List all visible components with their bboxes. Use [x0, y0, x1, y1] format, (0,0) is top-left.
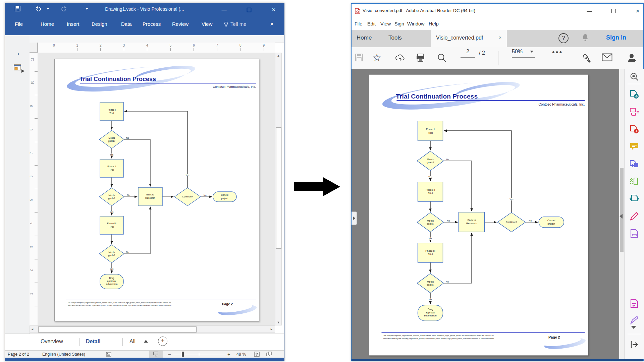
email-icon[interactable] — [602, 53, 612, 62]
node-phase1-trial[interactable] — [418, 121, 443, 141]
left-panel-expand-handle[interactable] — [352, 212, 357, 225]
zoom-slider-track[interactable] — [173, 354, 228, 354]
visio-menu-process[interactable]: Process — [143, 21, 161, 27]
node-phase1-trial[interactable] — [100, 102, 123, 121]
combine-files-icon[interactable] — [630, 159, 639, 169]
visio-vertical-scrollbar[interactable]: ▲ ▼ — [275, 53, 282, 325]
acrobat-menu-help[interactable]: Help — [429, 21, 439, 26]
create-pdf-icon[interactable] — [630, 107, 639, 116]
tab-document-active[interactable]: Visio_converted.pdf × — [431, 30, 507, 47]
visio-minimize-button[interactable]: — — [219, 6, 229, 13]
presentation-mode-box[interactable] — [149, 351, 163, 358]
visio-vscroll-thumb[interactable] — [276, 127, 281, 249]
visio-menu-file[interactable]: File — [15, 21, 23, 27]
fill-sign-icon[interactable] — [630, 212, 639, 221]
print-icon[interactable] — [416, 53, 425, 62]
status-page-indicator[interactable]: Page 2 of 2 — [8, 352, 29, 357]
visio-menu-data[interactable]: Data — [121, 21, 132, 27]
zoom-in-button[interactable]: + — [227, 351, 230, 357]
acrobat-maximize-button[interactable] — [609, 7, 618, 15]
visio-menu-insert[interactable]: Insert — [67, 21, 79, 27]
shapes-window-icon[interactable] — [13, 63, 25, 74]
more-panel-tools-chevron-icon[interactable] — [631, 326, 636, 329]
expand-shapes-chevron-icon[interactable]: › — [17, 51, 19, 56]
node-decision2[interactable] — [99, 188, 124, 206]
acrobat-close-button[interactable]: × — [633, 7, 642, 15]
visio-hscroll-thumb[interactable] — [38, 326, 197, 333]
switch-windows-icon[interactable] — [266, 352, 273, 357]
search-tools-icon[interactable] — [630, 72, 639, 81]
svg-text:Back to: Back to — [468, 219, 476, 222]
visio-menu-view[interactable]: View — [202, 21, 212, 27]
comment-icon[interactable] — [630, 142, 639, 151]
page-tab-all[interactable]: All — [129, 339, 136, 345]
acrobat-minimize-button[interactable]: — — [585, 7, 594, 15]
acrobat-menu-file[interactable]: File — [355, 21, 362, 26]
node-phase2-trial[interactable] — [100, 159, 123, 177]
drawing-canvas[interactable]: Trial Continuation Process Contoso Pharm… — [38, 53, 275, 325]
sign-in-button[interactable]: Sign In — [606, 34, 626, 41]
visio-maximize-button[interactable] — [244, 6, 254, 13]
panel-collapse-left-icon[interactable] — [620, 214, 623, 219]
pdf-viewer-area[interactable]: Trial Continuation Process Contoso Pharm… — [352, 69, 643, 359]
zoom-level-dropdown[interactable]: 50% — [512, 49, 535, 58]
star-favorite-icon[interactable]: ☆ — [372, 52, 381, 63]
node-decision3[interactable] — [99, 245, 124, 263]
share-link-icon[interactable] — [581, 53, 591, 63]
tab-home[interactable]: Home — [357, 35, 372, 41]
request-signatures-icon[interactable] — [630, 299, 639, 308]
help-question-icon[interactable]: ? — [558, 33, 569, 43]
visio-horizontal-scrollbar[interactable]: ◄ ► — [30, 325, 275, 333]
page-number-input[interactable]: 2 — [461, 49, 475, 58]
add-pdf-icon[interactable] — [630, 124, 639, 134]
all-pages-caret-icon[interactable] — [144, 340, 148, 343]
compress-pdf-icon[interactable] — [630, 194, 639, 203]
save-icon[interactable] — [355, 53, 364, 62]
svg-text:Phase I: Phase I — [426, 128, 434, 131]
status-language[interactable]: English (United States) — [42, 352, 85, 357]
prepare-form-icon[interactable] — [630, 229, 639, 238]
acrobat-menu-window[interactable]: Window — [407, 21, 425, 26]
signature-pen-icon[interactable] — [630, 315, 639, 325]
organize-pages-icon[interactable] — [630, 177, 639, 186]
visio-drawing-page[interactable]: Trial Continuation Process Contoso Pharm… — [54, 59, 259, 321]
user-account-icon[interactable] — [627, 53, 637, 63]
macro-record-icon[interactable] — [106, 352, 112, 357]
pdf-vertical-scrollbar[interactable] — [619, 69, 624, 359]
ribbon-close-icon[interactable]: × — [270, 20, 274, 28]
pdf-vscroll-thumb[interactable] — [620, 168, 624, 252]
node-cancel-project[interactable] — [213, 192, 236, 202]
page-tab-overview[interactable]: Overview — [41, 339, 63, 345]
new-page-button[interactable]: + — [158, 337, 167, 346]
scroll-left-icon[interactable]: ◄ — [31, 327, 34, 331]
scroll-right-icon[interactable]: ► — [270, 327, 273, 331]
tell-me-search[interactable]: Tell me — [230, 21, 247, 27]
notification-bell-icon[interactable] — [582, 33, 589, 42]
visio-menu-design[interactable]: Design — [92, 21, 107, 27]
more-tools-ellipsis-icon[interactable]: ••• — [552, 48, 563, 57]
acrobat-menu-view[interactable]: View — [380, 21, 391, 26]
zoom-percentage[interactable]: 48 % — [236, 352, 246, 357]
svg-text:Drug: Drug — [428, 308, 433, 311]
acrobat-menu-edit[interactable]: Edit — [367, 21, 376, 26]
visio-menu-home[interactable]: Home — [41, 21, 54, 27]
zoom-slider-midtick — [199, 353, 199, 356]
doc-tab-close-icon[interactable]: × — [499, 35, 501, 40]
visio-menu-review[interactable]: Review — [172, 21, 189, 27]
visio-close-button[interactable]: × — [269, 6, 279, 13]
cloud-upload-icon[interactable] — [395, 53, 405, 62]
zoom-out-button[interactable]: − — [168, 351, 171, 357]
zoom-slider-thumb[interactable] — [182, 352, 184, 357]
fit-page-icon[interactable] — [254, 352, 260, 357]
node-decision1[interactable] — [99, 130, 124, 148]
tab-tools[interactable]: Tools — [388, 35, 402, 41]
scroll-down-icon[interactable]: ▼ — [275, 321, 281, 324]
page-tab-detail-active[interactable]: Detail — [86, 339, 101, 345]
export-pdf-icon[interactable] — [630, 89, 639, 99]
node-phase3-trial[interactable] — [100, 216, 123, 234]
expand-panel-icon[interactable] — [630, 340, 639, 349]
acrobat-menu-sign[interactable]: Sign — [394, 21, 404, 26]
scroll-up-icon[interactable]: ▲ — [275, 54, 281, 57]
svg-text:Phase III: Phase III — [425, 249, 435, 252]
find-zoom-icon[interactable] — [437, 53, 447, 63]
